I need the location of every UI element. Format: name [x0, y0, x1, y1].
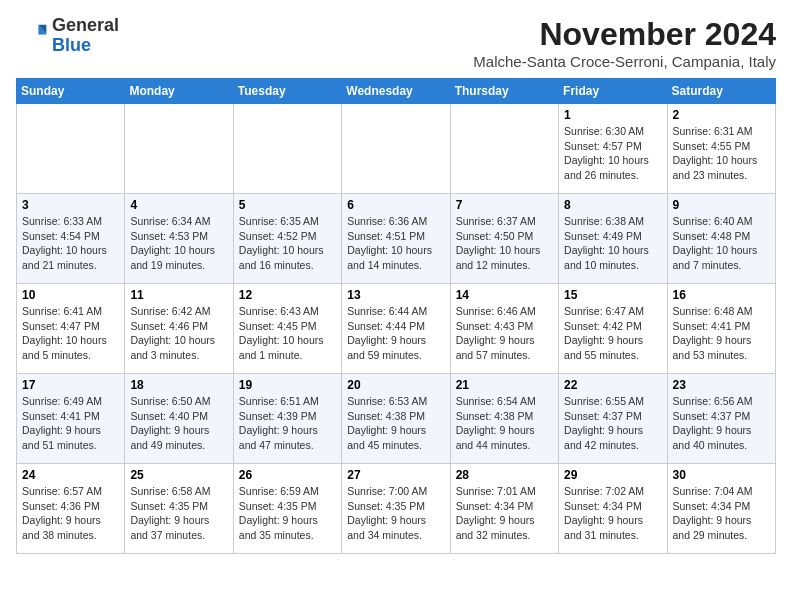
day-number: 10 [22, 288, 119, 302]
day-info: Sunrise: 6:44 AMSunset: 4:44 PMDaylight:… [347, 304, 444, 363]
day-number: 1 [564, 108, 661, 122]
calendar-day: 9Sunrise: 6:40 AMSunset: 4:48 PMDaylight… [667, 194, 775, 284]
day-number: 9 [673, 198, 770, 212]
calendar-day: 7Sunrise: 6:37 AMSunset: 4:50 PMDaylight… [450, 194, 558, 284]
calendar-day: 2Sunrise: 6:31 AMSunset: 4:55 PMDaylight… [667, 104, 775, 194]
header-monday: Monday [125, 79, 233, 104]
calendar-day [125, 104, 233, 194]
day-info: Sunrise: 6:31 AMSunset: 4:55 PMDaylight:… [673, 124, 770, 183]
month-title: November 2024 [473, 16, 776, 53]
calendar-day: 3Sunrise: 6:33 AMSunset: 4:54 PMDaylight… [17, 194, 125, 284]
calendar-day: 10Sunrise: 6:41 AMSunset: 4:47 PMDayligh… [17, 284, 125, 374]
day-info: Sunrise: 6:51 AMSunset: 4:39 PMDaylight:… [239, 394, 336, 453]
day-info: Sunrise: 7:00 AMSunset: 4:35 PMDaylight:… [347, 484, 444, 543]
day-number: 3 [22, 198, 119, 212]
calendar-day: 17Sunrise: 6:49 AMSunset: 4:41 PMDayligh… [17, 374, 125, 464]
logo: General Blue [16, 16, 119, 56]
calendar-day: 20Sunrise: 6:53 AMSunset: 4:38 PMDayligh… [342, 374, 450, 464]
day-number: 4 [130, 198, 227, 212]
day-info: Sunrise: 6:50 AMSunset: 4:40 PMDaylight:… [130, 394, 227, 453]
day-info: Sunrise: 6:42 AMSunset: 4:46 PMDaylight:… [130, 304, 227, 363]
day-number: 19 [239, 378, 336, 392]
calendar-header-row: SundayMondayTuesdayWednesdayThursdayFrid… [17, 79, 776, 104]
calendar-day: 4Sunrise: 6:34 AMSunset: 4:53 PMDaylight… [125, 194, 233, 284]
calendar-day: 1Sunrise: 6:30 AMSunset: 4:57 PMDaylight… [559, 104, 667, 194]
day-info: Sunrise: 6:48 AMSunset: 4:41 PMDaylight:… [673, 304, 770, 363]
day-info: Sunrise: 6:57 AMSunset: 4:36 PMDaylight:… [22, 484, 119, 543]
day-number: 17 [22, 378, 119, 392]
day-number: 7 [456, 198, 553, 212]
calendar-day: 29Sunrise: 7:02 AMSunset: 4:34 PMDayligh… [559, 464, 667, 554]
day-number: 8 [564, 198, 661, 212]
page-header: General Blue November 2024 Malche-Santa … [16, 16, 776, 70]
calendar-day: 21Sunrise: 6:54 AMSunset: 4:38 PMDayligh… [450, 374, 558, 464]
day-info: Sunrise: 6:56 AMSunset: 4:37 PMDaylight:… [673, 394, 770, 453]
day-number: 15 [564, 288, 661, 302]
calendar-day: 24Sunrise: 6:57 AMSunset: 4:36 PMDayligh… [17, 464, 125, 554]
calendar-week-3: 10Sunrise: 6:41 AMSunset: 4:47 PMDayligh… [17, 284, 776, 374]
day-info: Sunrise: 6:33 AMSunset: 4:54 PMDaylight:… [22, 214, 119, 273]
calendar-day: 18Sunrise: 6:50 AMSunset: 4:40 PMDayligh… [125, 374, 233, 464]
calendar-week-4: 17Sunrise: 6:49 AMSunset: 4:41 PMDayligh… [17, 374, 776, 464]
calendar-day: 5Sunrise: 6:35 AMSunset: 4:52 PMDaylight… [233, 194, 341, 284]
calendar-day: 27Sunrise: 7:00 AMSunset: 4:35 PMDayligh… [342, 464, 450, 554]
calendar-day: 19Sunrise: 6:51 AMSunset: 4:39 PMDayligh… [233, 374, 341, 464]
calendar-day: 30Sunrise: 7:04 AMSunset: 4:34 PMDayligh… [667, 464, 775, 554]
day-info: Sunrise: 6:35 AMSunset: 4:52 PMDaylight:… [239, 214, 336, 273]
day-info: Sunrise: 6:59 AMSunset: 4:35 PMDaylight:… [239, 484, 336, 543]
header-sunday: Sunday [17, 79, 125, 104]
calendar-day [450, 104, 558, 194]
calendar-day: 13Sunrise: 6:44 AMSunset: 4:44 PMDayligh… [342, 284, 450, 374]
calendar-day: 23Sunrise: 6:56 AMSunset: 4:37 PMDayligh… [667, 374, 775, 464]
calendar-day: 12Sunrise: 6:43 AMSunset: 4:45 PMDayligh… [233, 284, 341, 374]
calendar-week-5: 24Sunrise: 6:57 AMSunset: 4:36 PMDayligh… [17, 464, 776, 554]
day-number: 21 [456, 378, 553, 392]
calendar-day: 26Sunrise: 6:59 AMSunset: 4:35 PMDayligh… [233, 464, 341, 554]
logo-icon [16, 20, 48, 52]
location-subtitle: Malche-Santa Croce-Serroni, Campania, It… [473, 53, 776, 70]
calendar-week-2: 3Sunrise: 6:33 AMSunset: 4:54 PMDaylight… [17, 194, 776, 284]
logo-general: General [52, 15, 119, 35]
day-number: 6 [347, 198, 444, 212]
calendar-table: SundayMondayTuesdayWednesdayThursdayFrid… [16, 78, 776, 554]
day-number: 23 [673, 378, 770, 392]
day-info: Sunrise: 6:55 AMSunset: 4:37 PMDaylight:… [564, 394, 661, 453]
title-area: November 2024 Malche-Santa Croce-Serroni… [473, 16, 776, 70]
day-info: Sunrise: 6:58 AMSunset: 4:35 PMDaylight:… [130, 484, 227, 543]
day-number: 30 [673, 468, 770, 482]
header-friday: Friday [559, 79, 667, 104]
day-number: 12 [239, 288, 336, 302]
day-number: 29 [564, 468, 661, 482]
day-number: 18 [130, 378, 227, 392]
calendar-day [17, 104, 125, 194]
calendar-week-1: 1Sunrise: 6:30 AMSunset: 4:57 PMDaylight… [17, 104, 776, 194]
day-number: 5 [239, 198, 336, 212]
calendar-day: 16Sunrise: 6:48 AMSunset: 4:41 PMDayligh… [667, 284, 775, 374]
calendar-day [342, 104, 450, 194]
header-tuesday: Tuesday [233, 79, 341, 104]
day-info: Sunrise: 6:34 AMSunset: 4:53 PMDaylight:… [130, 214, 227, 273]
logo-text: General Blue [52, 16, 119, 56]
header-wednesday: Wednesday [342, 79, 450, 104]
calendar-day: 25Sunrise: 6:58 AMSunset: 4:35 PMDayligh… [125, 464, 233, 554]
day-number: 28 [456, 468, 553, 482]
day-info: Sunrise: 6:37 AMSunset: 4:50 PMDaylight:… [456, 214, 553, 273]
calendar-day: 14Sunrise: 6:46 AMSunset: 4:43 PMDayligh… [450, 284, 558, 374]
day-info: Sunrise: 6:46 AMSunset: 4:43 PMDaylight:… [456, 304, 553, 363]
day-info: Sunrise: 6:53 AMSunset: 4:38 PMDaylight:… [347, 394, 444, 453]
day-number: 16 [673, 288, 770, 302]
calendar-day: 28Sunrise: 7:01 AMSunset: 4:34 PMDayligh… [450, 464, 558, 554]
day-info: Sunrise: 7:01 AMSunset: 4:34 PMDaylight:… [456, 484, 553, 543]
calendar-day: 6Sunrise: 6:36 AMSunset: 4:51 PMDaylight… [342, 194, 450, 284]
day-number: 20 [347, 378, 444, 392]
day-number: 11 [130, 288, 227, 302]
day-info: Sunrise: 6:30 AMSunset: 4:57 PMDaylight:… [564, 124, 661, 183]
day-info: Sunrise: 6:49 AMSunset: 4:41 PMDaylight:… [22, 394, 119, 453]
day-info: Sunrise: 6:40 AMSunset: 4:48 PMDaylight:… [673, 214, 770, 273]
day-info: Sunrise: 6:54 AMSunset: 4:38 PMDaylight:… [456, 394, 553, 453]
day-info: Sunrise: 7:02 AMSunset: 4:34 PMDaylight:… [564, 484, 661, 543]
calendar-day [233, 104, 341, 194]
day-info: Sunrise: 6:38 AMSunset: 4:49 PMDaylight:… [564, 214, 661, 273]
calendar-day: 15Sunrise: 6:47 AMSunset: 4:42 PMDayligh… [559, 284, 667, 374]
calendar-day: 8Sunrise: 6:38 AMSunset: 4:49 PMDaylight… [559, 194, 667, 284]
